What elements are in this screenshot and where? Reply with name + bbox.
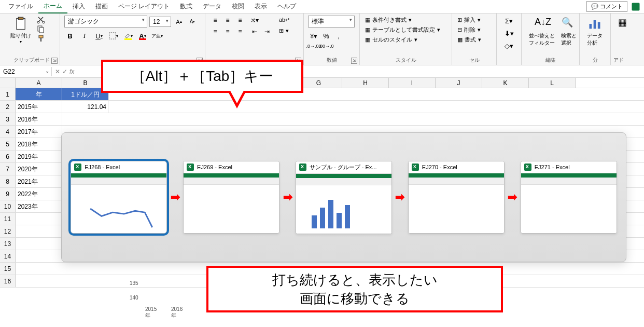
align-center-icon[interactable]: ≡ — [222, 27, 233, 36]
col-header[interactable]: L — [529, 78, 576, 88]
share-icon[interactable] — [631, 2, 641, 12]
cell[interactable]: 121.04 — [62, 101, 109, 113]
tab-draw[interactable]: 描画 — [90, 0, 113, 13]
cell[interactable]: 2021年 — [16, 175, 62, 187]
font-name-select[interactable]: 游ゴシック — [64, 16, 147, 28]
tab-help[interactable]: ヘルプ — [272, 0, 301, 13]
row-header[interactable]: 9 — [0, 188, 16, 200]
align-left-icon[interactable]: ≡ — [209, 27, 221, 36]
row-header[interactable]: 5 — [0, 138, 16, 150]
cell[interactable]: 2023年 — [16, 200, 62, 212]
format-cells-button[interactable]: ▦書式▾ — [456, 35, 482, 44]
row-header[interactable]: 6 — [0, 151, 16, 162]
clear-icon[interactable]: ◇▾ — [503, 40, 515, 51]
cell[interactable]: 2016年 — [16, 113, 62, 125]
underline-button[interactable]: U▾ — [93, 31, 105, 41]
window-thumbnail[interactable]: EJ268 - Excel — [71, 161, 167, 234]
row-header[interactable]: 12 — [0, 225, 16, 237]
window-thumbnail[interactable]: サンプル - グループ - Ex... — [296, 161, 392, 234]
find-select-button[interactable]: 🔍 検索と 選択 — [558, 16, 580, 48]
row-header[interactable]: 14 — [0, 250, 16, 262]
row-header[interactable]: 8 — [0, 175, 16, 187]
tab-insert[interactable]: 挿入 — [67, 0, 90, 13]
row-header[interactable]: 10 — [0, 200, 16, 212]
fill-icon[interactable]: ⬇▾ — [503, 28, 515, 38]
tab-review[interactable]: 校閲 — [227, 0, 249, 13]
decrease-decimal-icon[interactable]: .00→.0 — [320, 41, 332, 51]
cell[interactable]: 2022年 — [16, 188, 62, 200]
sort-filter-button[interactable]: A↓Z 並べ替えと フィルター — [526, 16, 558, 48]
decrease-font-icon[interactable]: A▾ — [187, 17, 198, 27]
indent-increase-icon[interactable]: ⇥ — [261, 27, 273, 36]
col-header[interactable]: I — [389, 78, 436, 88]
name-box[interactable]: G22 — [0, 67, 52, 76]
indent-decrease-icon[interactable]: ⇤ — [249, 27, 260, 36]
paste-button[interactable]: 貼り付け ▾ — [7, 16, 34, 45]
cell[interactable]: 2017年 — [16, 126, 62, 138]
currency-icon[interactable]: ¥▾ — [308, 31, 319, 41]
font-size-select[interactable]: 12 — [149, 17, 171, 27]
cell[interactable]: 2019年 — [16, 151, 62, 162]
bold-button[interactable]: B — [64, 31, 76, 41]
tab-page-layout[interactable]: ページ レイアウト — [113, 0, 175, 13]
row-header[interactable]: 7 — [0, 163, 16, 175]
cell[interactable]: 2020年 — [16, 163, 62, 175]
tab-view[interactable]: 表示 — [249, 0, 272, 13]
row-header[interactable]: 4 — [0, 126, 16, 138]
autosum-icon[interactable]: Σ▾ — [503, 16, 515, 26]
cut-icon[interactable] — [36, 16, 46, 24]
wrap-text-button[interactable]: ab↵ — [277, 16, 292, 24]
increase-decimal-icon[interactable]: .0→.00 — [308, 41, 319, 51]
window-thumbnail[interactable]: EJ269 - Excel — [183, 161, 279, 234]
row-header[interactable]: 11 — [0, 213, 16, 225]
delete-cells-button[interactable]: ⊟削除▾ — [456, 25, 482, 34]
cell[interactable]: 2018年 — [16, 138, 62, 150]
align-bottom-icon[interactable]: ≡ — [234, 16, 246, 25]
comments-button[interactable]: 💬 コメント — [586, 1, 627, 12]
data-analysis-button[interactable]: データ 分析 — [584, 16, 606, 48]
col-header[interactable]: K — [482, 78, 529, 88]
comma-icon[interactable]: , — [333, 31, 344, 41]
align-middle-icon[interactable]: ≡ — [222, 16, 233, 25]
phonetic-button[interactable]: ア亜▾ — [151, 31, 163, 41]
insert-cells-button[interactable]: ⊞挿入▾ — [456, 16, 482, 24]
format-painter-icon[interactable] — [36, 34, 46, 43]
font-color-button[interactable]: A▾ — [137, 31, 148, 41]
cell[interactable]: 2015年 — [16, 101, 62, 113]
increase-font-icon[interactable]: A▴ — [173, 17, 185, 27]
conditional-formatting-button[interactable]: ▦条件付き書式▾ — [364, 16, 413, 24]
row-header[interactable]: 3 — [0, 113, 16, 125]
fx-icon[interactable]: fx — [69, 68, 74, 75]
row-header[interactable]: 2 — [0, 101, 16, 113]
align-top-icon[interactable]: ≡ — [209, 16, 221, 25]
percent-icon[interactable]: % — [320, 31, 332, 41]
clipboard-dialog-launcher[interactable]: ⇲ — [51, 58, 58, 64]
tab-formulas[interactable]: 数式 — [175, 0, 198, 13]
tab-data[interactable]: データ — [198, 0, 227, 13]
fill-color-button[interactable]: ▾ — [122, 31, 134, 41]
row-header[interactable]: 1 — [0, 88, 16, 100]
col-header[interactable]: J — [436, 78, 482, 88]
select-all-corner[interactable] — [0, 78, 16, 88]
enter-formula-icon[interactable]: ✓ — [62, 68, 67, 75]
number-dialog-launcher[interactable]: ⇲ — [351, 58, 357, 64]
merge-cells-button[interactable]: ⊞▾ — [277, 26, 292, 35]
cancel-formula-icon[interactable]: ✕ — [55, 68, 60, 75]
col-header[interactable]: H — [342, 78, 389, 88]
window-thumbnail[interactable]: EJ270 - Excel — [408, 161, 505, 234]
row-header[interactable]: 16 — [0, 275, 16, 287]
copy-icon[interactable] — [36, 25, 46, 33]
window-thumbnail[interactable]: EJ271 - Excel — [521, 161, 617, 234]
cell-styles-button[interactable]: ▦セルのスタイル▾ — [364, 35, 418, 44]
align-right-icon[interactable]: ≡ — [234, 27, 246, 36]
row-header[interactable]: 13 — [0, 238, 16, 250]
col-header[interactable]: A — [16, 78, 62, 88]
tab-file[interactable]: ファイル — [3, 0, 38, 13]
format-as-table-button[interactable]: ▦テーブルとして書式設定▾ — [364, 25, 441, 34]
row-header[interactable]: 15 — [0, 263, 16, 275]
tab-home[interactable]: ホーム — [38, 0, 67, 13]
orientation-icon[interactable]: ⤭▾ — [249, 16, 260, 25]
border-button[interactable]: ▾ — [108, 31, 119, 41]
addins-button[interactable]: ▦ — [615, 16, 636, 32]
italic-button[interactable]: I — [79, 31, 90, 41]
